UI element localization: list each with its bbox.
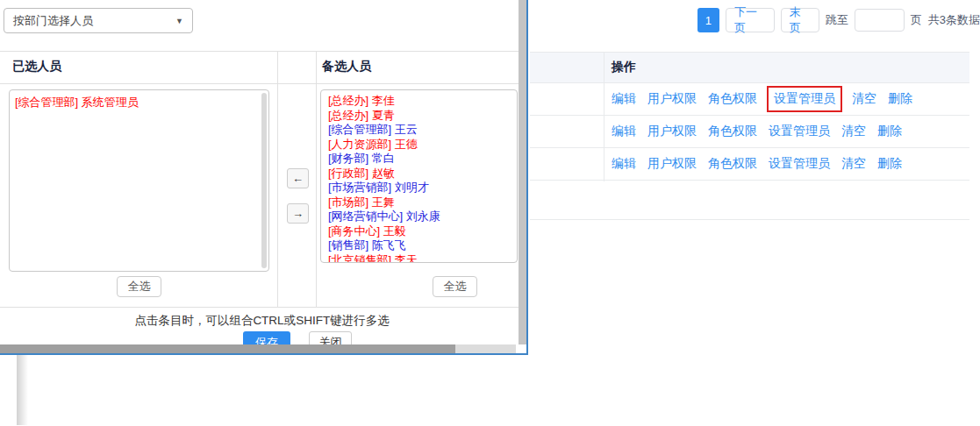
action-clear-link[interactable]: 清空 <box>841 156 866 172</box>
page-edge-shadow <box>17 355 28 425</box>
move-left-button[interactable]: ← <box>287 168 309 188</box>
column-divider <box>604 52 604 181</box>
list-item[interactable]: [人力资源部] 王德 <box>328 138 510 153</box>
action-clear-link[interactable]: 清空 <box>841 124 866 139</box>
department-select-value: 按部门选择人员 <box>13 13 93 29</box>
action-set-admin-link[interactable]: 设置管理员 <box>774 91 835 107</box>
select-all-left-button[interactable]: 全选 <box>117 276 161 297</box>
listbox-scrollbar[interactable] <box>261 93 267 268</box>
table-row: 编辑 用户权限 角色权限 设置管理员 清空 删除 <box>530 83 969 116</box>
action-user-perms-link[interactable]: 用户权限 <box>647 156 697 172</box>
divider <box>0 51 524 52</box>
user-table: 操作 编辑 用户权限 角色权限 设置管理员 清空 删除 编辑 用户权限 角色权限… <box>530 52 969 220</box>
list-item[interactable]: [行政部] 赵敏 <box>328 167 510 181</box>
chevron-down-icon: ▼ <box>175 17 183 25</box>
list-item[interactable]: [商务中心] 王毅 <box>328 224 510 239</box>
list-item[interactable]: [总经办] 李佳 <box>328 94 510 109</box>
table-header-row: 操作 <box>530 52 969 83</box>
select-personnel-dialog: 按部门选择人员 ▼ 已选人员 备选人员 [综合管理部] 系统管理员 [总经办] … <box>0 0 528 355</box>
list-item[interactable]: [财务部] 常白 <box>328 152 510 167</box>
last-page-button[interactable]: 末页 <box>781 8 819 32</box>
table-row: 编辑 用户权限 角色权限 设置管理员 清空 删除 <box>530 148 969 181</box>
list-item[interactable]: [北京销售部] 李天 <box>328 253 510 264</box>
total-count-label: 共3条数据 <box>928 12 980 28</box>
selected-panel-title: 已选人员 <box>12 59 61 75</box>
action-set-admin-link[interactable]: 设置管理员 <box>769 124 830 139</box>
vertical-scrollbar[interactable] <box>519 0 526 344</box>
action-user-perms-link[interactable]: 用户权限 <box>647 124 697 139</box>
page-number-button[interactable]: 1 <box>697 8 719 32</box>
action-set-admin-link[interactable]: 设置管理员 <box>769 156 830 172</box>
list-item[interactable]: [综合管理部] 系统管理员 <box>15 96 254 110</box>
horizontal-scrollbar[interactable] <box>0 344 516 353</box>
jump-page-input[interactable] <box>855 9 905 32</box>
jump-to-label: 跳至 <box>826 12 848 28</box>
table-row: 编辑 用户权限 角色权限 设置管理员 清空 删除 <box>530 116 969 148</box>
list-item[interactable]: [市场部] 王舞 <box>328 195 510 210</box>
list-item[interactable]: [销售部] 陈飞飞 <box>328 238 510 253</box>
table-empty-area <box>530 181 969 220</box>
action-delete-link[interactable]: 删除 <box>888 91 912 107</box>
list-item[interactable]: [总经办] 夏青 <box>328 109 510 124</box>
page-unit-label: 页 <box>911 12 922 28</box>
list-item[interactable]: [网络营销中心] 刘永康 <box>328 209 510 224</box>
action-edit-link[interactable]: 编辑 <box>612 124 636 139</box>
selected-personnel-listbox[interactable]: [综合管理部] 系统管理员 <box>9 89 269 272</box>
divider <box>0 83 524 84</box>
action-role-perms-link[interactable]: 角色权限 <box>708 124 757 139</box>
action-edit-link[interactable]: 编辑 <box>612 91 636 107</box>
action-delete-link[interactable]: 删除 <box>877 156 902 172</box>
action-user-perms-link[interactable]: 用户权限 <box>647 91 697 107</box>
action-role-perms-link[interactable]: 角色权限 <box>708 156 757 172</box>
list-item[interactable]: [综合管理部] 王云 <box>328 123 510 138</box>
divider <box>0 307 524 308</box>
candidate-panel-title: 备选人员 <box>322 59 371 75</box>
department-select[interactable]: 按部门选择人员 ▼ <box>4 8 193 33</box>
divider <box>277 51 278 308</box>
set-admin-highlight-box: 设置管理员 <box>767 86 842 112</box>
divider <box>316 51 317 308</box>
action-clear-link[interactable]: 清空 <box>852 91 876 107</box>
action-role-perms-link[interactable]: 角色权限 <box>708 91 757 107</box>
action-edit-link[interactable]: 编辑 <box>612 156 636 172</box>
next-page-button[interactable]: 下一页 <box>726 8 775 32</box>
select-all-right-button[interactable]: 全选 <box>433 276 477 297</box>
list-item[interactable]: [市场营销部] 刘明才 <box>328 181 510 195</box>
pagination: 1 下一页 末页 跳至 页 共3条数据 <box>697 8 980 32</box>
horizontal-scrollbar-thumb[interactable] <box>0 344 455 353</box>
multi-select-hint: 点击条目时，可以组合CTRL或SHIFT键进行多选 <box>0 313 524 329</box>
operation-column-header: 操作 <box>612 60 636 75</box>
candidate-personnel-listbox[interactable]: [总经办] 李佳 [总经办] 夏青 [综合管理部] 王云 [人力资源部] 王德 … <box>320 89 518 263</box>
move-right-button[interactable]: → <box>287 203 309 224</box>
action-delete-link[interactable]: 删除 <box>877 124 902 139</box>
